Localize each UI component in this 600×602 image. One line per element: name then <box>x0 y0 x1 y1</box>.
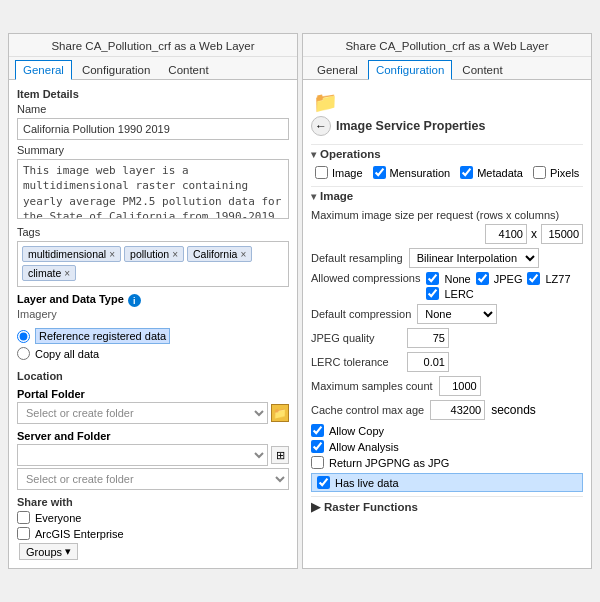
max-rows-input[interactable] <box>485 224 527 244</box>
tag-multidimensional[interactable]: multidimensional × <box>22 246 121 262</box>
tag-pollution[interactable]: pollution × <box>124 246 184 262</box>
arcgis-checkbox[interactable] <box>17 527 30 540</box>
tag-remove-multidimensional[interactable]: × <box>109 249 115 260</box>
server-folder-row: ⊞ <box>17 444 289 466</box>
tab-configuration-right[interactable]: Configuration <box>368 60 452 80</box>
jpeg-quality-label: JPEG quality <box>311 332 401 344</box>
max-size-label: Maximum image size per request (rows x c… <box>311 209 583 221</box>
size-inputs: x <box>485 224 583 244</box>
allow-copy-checkbox[interactable] <box>311 424 324 437</box>
return-jpg-checkbox[interactable] <box>311 456 324 469</box>
summary-label: Summary <box>17 144 289 156</box>
radio-reference-input[interactable] <box>17 330 30 343</box>
back-row: ← Image Service Properties <box>311 114 583 136</box>
tag-remove-pollution[interactable]: × <box>172 249 178 260</box>
portal-folder-select[interactable]: Select or create folder <box>17 402 268 424</box>
allow-copy-label: Allow Copy <box>329 425 384 437</box>
server-folder-label: Server and Folder <box>17 430 289 442</box>
right-panel-content: 📁 ← Image Service Properties ▾ Operation… <box>303 80 591 525</box>
mensuration-check-item: Mensuration <box>373 166 451 179</box>
everyone-checkbox[interactable] <box>17 511 30 524</box>
default-comp-row: Default compression None <box>311 304 583 324</box>
max-samples-label: Maximum samples count <box>311 380 433 392</box>
groups-button[interactable]: Groups ▾ <box>19 543 78 560</box>
image-checkbox[interactable] <box>315 166 328 179</box>
tab-general-right[interactable]: General <box>309 60 366 80</box>
left-panel: Share CA_Pollution_crf as a Web Layer Ge… <box>8 33 298 569</box>
cache-max-unit: seconds <box>491 403 536 417</box>
portal-folder-label: Portal Folder <box>17 388 289 400</box>
cache-max-input[interactable] <box>430 400 485 420</box>
image-section: Maximum image size per request (rows x c… <box>311 209 583 492</box>
pixels-checkbox[interactable] <box>533 166 546 179</box>
comp-lz77-checkbox[interactable] <box>527 272 540 285</box>
portal-folder-row: Select or create folder 📁 <box>17 402 289 424</box>
compressions-options: None JPEG LZ77 LERC <box>426 272 570 300</box>
left-tabs: General Configuration Content <box>9 57 297 80</box>
max-cols-input[interactable] <box>541 224 583 244</box>
default-comp-label: Default compression <box>311 308 411 320</box>
server-subfolder-select[interactable]: Select or create folder <box>17 468 289 490</box>
comp-jpeg-label: JPEG <box>494 273 523 285</box>
image-header[interactable]: ▾ Image <box>311 186 583 205</box>
groups-chevron-icon: ▾ <box>65 545 71 558</box>
folder-icon: 📁 <box>271 404 289 422</box>
has-live-checkbox[interactable] <box>317 476 330 489</box>
service-folder-icon: 📁 <box>313 91 338 113</box>
tag-remove-california[interactable]: × <box>240 249 246 260</box>
resampling-row: Default resampling Bilinear Interpolatio… <box>311 248 583 268</box>
tags-container: multidimensional × pollution × Californi… <box>17 241 289 287</box>
tab-general-left[interactable]: General <box>15 60 72 80</box>
name-input[interactable] <box>17 118 289 140</box>
mensuration-checkbox[interactable] <box>373 166 386 179</box>
tag-climate[interactable]: climate × <box>22 265 76 281</box>
tab-configuration-left[interactable]: Configuration <box>74 60 158 80</box>
compressions-label: Allowed compressions <box>311 272 420 284</box>
comp-lerc-label: LERC <box>444 288 473 300</box>
back-button[interactable]: ← <box>311 116 331 136</box>
layer-type-label: Layer and Data Type <box>17 293 124 305</box>
tag-label: pollution <box>130 248 169 260</box>
metadata-checkbox[interactable] <box>460 166 473 179</box>
image-section-label: Image <box>320 190 353 202</box>
comp-jpeg-checkbox[interactable] <box>476 272 489 285</box>
allow-analysis-row: Allow Analysis <box>311 440 583 453</box>
has-live-row: Has live data <box>311 473 583 492</box>
default-comp-select[interactable]: None <box>417 304 497 324</box>
radio-reference[interactable]: Reference registered data <box>17 328 289 344</box>
comp-none-label: None <box>444 273 470 285</box>
location-section: Location Portal Folder Select or create … <box>17 370 289 490</box>
name-label: Name <box>17 103 289 115</box>
tag-california[interactable]: California × <box>187 246 252 262</box>
allow-analysis-label: Allow Analysis <box>329 441 399 453</box>
tab-content-right[interactable]: Content <box>454 60 510 80</box>
allow-copy-row: Allow Copy <box>311 424 583 437</box>
item-details-label: Item Details <box>17 88 289 100</box>
share-section: Share with Everyone ArcGIS Enterprise Gr… <box>17 496 289 560</box>
jpeg-quality-input[interactable] <box>407 328 449 348</box>
comp-none-checkbox[interactable] <box>426 272 439 285</box>
image-check-label: Image <box>332 167 363 179</box>
return-jpg-row: Return JPGPNG as JPG <box>311 456 583 469</box>
server-folder-select[interactable] <box>17 444 268 466</box>
mensuration-check-label: Mensuration <box>390 167 451 179</box>
everyone-row: Everyone <box>17 511 289 524</box>
resampling-select[interactable]: Bilinear Interpolation <box>409 248 539 268</box>
pixels-check-item: Pixels <box>533 166 579 179</box>
radio-copy[interactable]: Copy all data <box>17 347 289 360</box>
allow-analysis-checkbox[interactable] <box>311 440 324 453</box>
comp-lerc-checkbox[interactable] <box>426 287 439 300</box>
radio-copy-input[interactable] <box>17 347 30 360</box>
radio-copy-label: Copy all data <box>35 348 99 360</box>
tag-remove-climate[interactable]: × <box>64 268 70 279</box>
lerc-tolerance-input[interactable] <box>407 352 449 372</box>
summary-textarea[interactable]: This image web layer is a multidimension… <box>17 159 289 219</box>
tags-label: Tags <box>17 226 289 238</box>
raster-functions-header[interactable]: ▶ Raster Functions <box>311 496 583 517</box>
tab-content-left[interactable]: Content <box>160 60 216 80</box>
info-icon[interactable]: i <box>128 294 141 307</box>
operations-header[interactable]: ▾ Operations <box>311 144 583 163</box>
raster-functions-label: Raster Functions <box>324 501 418 513</box>
max-samples-input[interactable] <box>439 376 481 396</box>
operations-label: Operations <box>320 148 381 160</box>
